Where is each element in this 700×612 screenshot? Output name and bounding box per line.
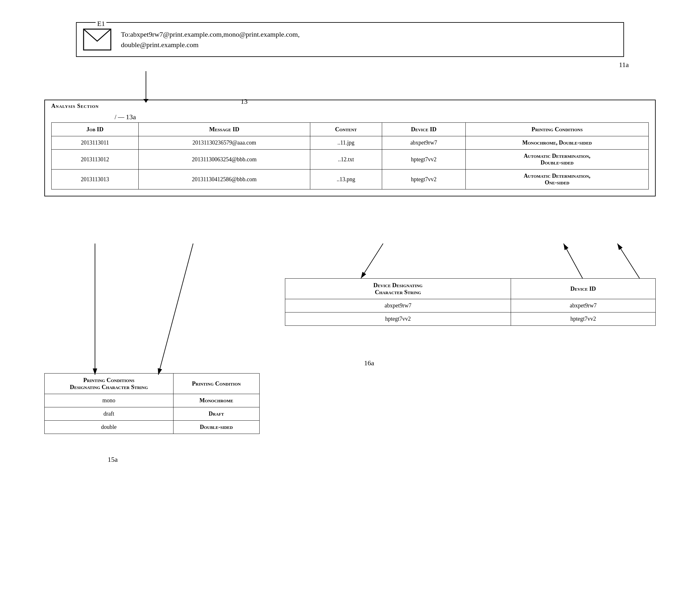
- device-table-row: abxpet9rw7 abxpet9rw7: [285, 299, 656, 312]
- table-row: 2013113011 20131130236579@aaa.com ..11.j…: [52, 136, 649, 150]
- print-designating-2: draft: [45, 407, 174, 421]
- analysis-section-box: Analysis Section / — 13a Job ID Message …: [44, 100, 656, 196]
- device-designating-1: abxpet9rw7: [285, 299, 511, 312]
- label-15a: 15a: [108, 456, 118, 464]
- print-designating-3: double: [45, 421, 174, 434]
- svg-line-7: [617, 244, 640, 278]
- table-row: 2013113012 20131130063254@bbb.com ..12.t…: [52, 150, 649, 169]
- device-designating-2: hptegt7vv2: [285, 312, 511, 326]
- device-table-container: Device DesignatingCharacter String Devic…: [285, 278, 656, 326]
- col-printing-conditions: Printing Conditions: [466, 123, 649, 136]
- table-row: 2013113013 20131130412586@bbb.com ..13.p…: [52, 169, 649, 190]
- cell-device-id-1: abxpet9rw7: [382, 136, 466, 150]
- cell-device-id-2: hptegt7vv2: [382, 150, 466, 169]
- svg-line-6: [564, 244, 582, 278]
- print-table-row: mono Monochrome: [45, 394, 260, 407]
- label-16a: 16a: [364, 359, 374, 367]
- label-11a: 11a: [619, 61, 629, 69]
- device-col-designating: Device DesignatingCharacter String: [285, 279, 511, 299]
- print-condition-1: Monochrome: [173, 394, 259, 407]
- cell-msg-id-1: 20131130236579@aaa.com: [138, 136, 310, 150]
- arrow-email-to-analysis: [146, 71, 146, 100]
- cell-content-1: ..11.jpg: [310, 136, 382, 150]
- email-box: E1 To:abxpet9rw7@print.example.com,mono@…: [76, 22, 624, 57]
- analysis-section-label: Analysis Section: [51, 103, 99, 109]
- email-to-line1: To:abxpet9rw7@print.example.com,mono@pri…: [121, 29, 299, 40]
- print-col-designating: Printing ConditionsDesignating Character…: [45, 374, 174, 394]
- print-table-row: double Double-sided: [45, 421, 260, 434]
- cell-print-cond-2: Automatic Determination,Double-sided: [466, 150, 649, 169]
- cell-content-3: ..13.png: [310, 169, 382, 190]
- email-to-line2: double@print.example.com: [121, 40, 299, 50]
- email-label: E1: [96, 19, 106, 28]
- email-content: To:abxpet9rw7@print.example.com,mono@pri…: [121, 29, 299, 50]
- svg-line-5: [361, 244, 383, 278]
- device-table-row: hptegt7vv2 hptegt7vv2: [285, 312, 656, 326]
- print-table-row: draft Draft: [45, 407, 260, 421]
- print-col-condition: Printing Condition: [173, 374, 259, 394]
- col-job-id: Job ID: [52, 123, 139, 136]
- device-col-id: Device ID: [511, 279, 655, 299]
- email-icon: [83, 28, 111, 51]
- cell-msg-id-3: 20131130412586@bbb.com: [138, 169, 310, 190]
- svg-line-4: [158, 244, 193, 375]
- print-conditions-table-container: Printing ConditionsDesignating Character…: [44, 373, 260, 434]
- print-condition-2: Draft: [173, 407, 259, 421]
- cell-msg-id-2: 20131130063254@bbb.com: [138, 150, 310, 169]
- cell-job-id-1: 2013113011: [52, 136, 139, 150]
- col-content: Content: [310, 123, 382, 136]
- cell-device-id-3: hptegt7vv2: [382, 169, 466, 190]
- print-condition-3: Double-sided: [173, 421, 259, 434]
- cell-content-2: ..12.txt: [310, 150, 382, 169]
- label-13a: / — 13a: [115, 113, 136, 121]
- device-table: Device DesignatingCharacter String Devic…: [285, 278, 656, 326]
- cell-job-id-2: 2013113012: [52, 150, 139, 169]
- col-device-id: Device ID: [382, 123, 466, 136]
- cell-print-cond-3: Automatic Determination,One-sided: [466, 169, 649, 190]
- main-table: Job ID Message ID Content Device ID Prin…: [51, 122, 649, 190]
- col-message-id: Message ID: [138, 123, 310, 136]
- device-id-val-1: abxpet9rw7: [511, 299, 655, 312]
- print-designating-1: mono: [45, 394, 174, 407]
- print-conditions-table: Printing ConditionsDesignating Character…: [44, 373, 260, 434]
- cell-print-cond-1: Monochrome, Double-sided: [466, 136, 649, 150]
- cell-job-id-3: 2013113013: [52, 169, 139, 190]
- device-id-val-2: hptegt7vv2: [511, 312, 655, 326]
